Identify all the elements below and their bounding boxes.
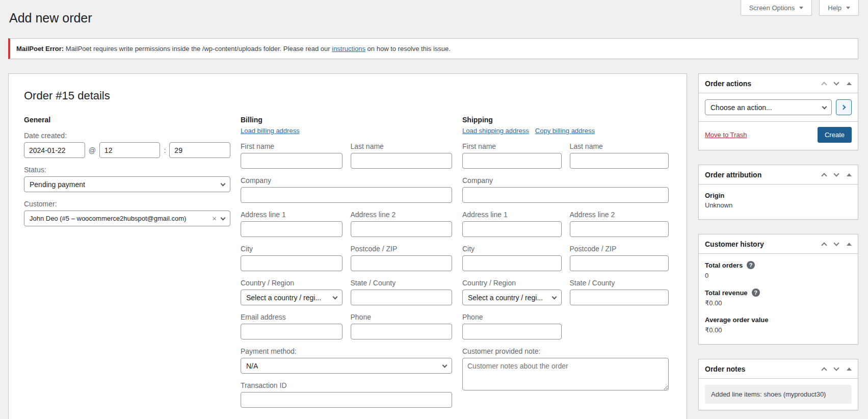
transaction-id-label: Transaction ID [241, 381, 452, 389]
order-action-value: Choose an action... [711, 103, 772, 112]
move-panel-up-icon[interactable] [821, 82, 827, 87]
date-created-input[interactable] [24, 142, 85, 158]
hour-input[interactable] [99, 142, 161, 158]
collapse-panel-icon[interactable] [847, 82, 852, 85]
billing-address1-input[interactable] [241, 221, 343, 237]
billing-last-name-input[interactable] [351, 153, 453, 169]
billing-postcode-label: Postcode / ZIP [351, 245, 453, 253]
caret-down-icon [799, 7, 803, 9]
billing-country-select[interactable]: Select a country / regi... [241, 290, 343, 305]
billing-company-label: Company [241, 176, 452, 185]
billing-email-input[interactable] [241, 324, 343, 339]
shipping-last-name-input[interactable] [570, 153, 669, 169]
payment-method-label: Payment method: [241, 347, 452, 355]
order-notes-title: Order notes [705, 365, 745, 373]
shipping-state-input[interactable] [570, 290, 669, 305]
customer-label: Customer: [24, 200, 230, 208]
copy-billing-address-link[interactable]: Copy billing address [535, 127, 595, 135]
total-revenue-row: Total revenue ? ₹0.00 [705, 289, 852, 307]
shipping-state-label: State / County [570, 279, 669, 287]
average-order-value-row: Average order value ₹0.00 [705, 316, 852, 334]
chevron-down-icon [551, 294, 557, 299]
shipping-company-label: Company [462, 176, 669, 185]
status-label: Status: [24, 166, 230, 174]
shipping-address1-input[interactable] [462, 221, 562, 237]
move-panel-up-icon[interactable] [821, 242, 827, 248]
page-title: Add new order [0, 0, 868, 25]
order-details-title: Order #15 details [24, 89, 671, 102]
order-attribution-title: Order attribution [705, 171, 761, 179]
shipping-phone-input[interactable] [462, 324, 562, 339]
date-created-row: @ : [24, 142, 230, 158]
billing-email-label: Email address [241, 313, 343, 321]
move-to-trash-link[interactable]: Move to Trash [705, 131, 747, 139]
shipping-company-input[interactable] [462, 187, 669, 203]
billing-heading: Billing [241, 116, 452, 124]
total-orders-value: 0 [705, 272, 852, 279]
billing-company-input[interactable] [241, 187, 452, 203]
clear-selection-icon[interactable]: × [212, 215, 217, 222]
order-notes-panel: Order notes Added line items: shoes (myp… [698, 359, 858, 410]
time-separator: : [164, 146, 166, 154]
shipping-first-name-input[interactable] [462, 153, 562, 169]
transaction-id-input[interactable] [241, 392, 452, 408]
order-actions-title: Order actions [705, 80, 751, 88]
chevron-down-icon [221, 181, 226, 186]
move-panel-down-icon[interactable] [833, 365, 839, 371]
shipping-column: Shipping Load shipping address Copy bill… [462, 116, 669, 392]
collapse-panel-icon[interactable] [847, 368, 852, 371]
apply-action-button[interactable] [836, 99, 852, 115]
total-revenue-value: ₹0.00 [705, 299, 852, 307]
order-actions-panel: Order actions Choose an action... Move t… [698, 73, 858, 150]
notice-body: MailPoet requires write permissions insi… [64, 45, 332, 53]
move-panel-down-icon[interactable] [833, 80, 839, 85]
help-tip-icon[interactable]: ? [747, 261, 755, 269]
shipping-address2-input[interactable] [570, 221, 669, 237]
customer-note-textarea[interactable] [462, 358, 669, 390]
screen-options-button[interactable]: Screen Options [741, 0, 812, 16]
billing-state-label: State / County [351, 279, 453, 287]
help-tip-icon[interactable]: ? [752, 289, 760, 297]
order-status-select[interactable]: Pending payment [24, 176, 230, 192]
billing-first-name-input[interactable] [241, 153, 343, 169]
order-details-panel: Order #15 details General Date created: … [8, 73, 687, 419]
origin-label: Origin [705, 192, 852, 199]
billing-last-name-label: Last name [351, 142, 453, 150]
move-panel-down-icon[interactable] [833, 240, 839, 246]
sidebar: Order actions Choose an action... Move t… [698, 73, 858, 410]
customer-note-label: Customer provided note: [462, 347, 669, 355]
shipping-postcode-label: Postcode / ZIP [570, 245, 669, 253]
collapse-panel-icon[interactable] [847, 173, 852, 176]
billing-city-input[interactable] [241, 255, 343, 271]
order-status-value: Pending payment [30, 180, 85, 189]
load-shipping-address-link[interactable]: Load shipping address [462, 127, 529, 135]
billing-address2-input[interactable] [351, 221, 453, 237]
move-panel-up-icon[interactable] [821, 367, 827, 373]
billing-postcode-input[interactable] [351, 255, 453, 271]
billing-phone-input[interactable] [351, 324, 453, 339]
notice-prefix: MailPoet Error: [16, 45, 64, 53]
shipping-country-value: Select a country / regi... [468, 294, 543, 302]
billing-address2-label: Address line 2 [351, 211, 453, 219]
shipping-postcode-input[interactable] [570, 255, 669, 271]
move-panel-down-icon[interactable] [833, 171, 839, 176]
billing-city-label: City [241, 245, 343, 253]
help-button[interactable]: Help [819, 0, 859, 16]
billing-country-label: Country / Region [241, 279, 343, 287]
customer-select[interactable]: John Deo (#5 – woocommerce2hubspot@gmail… [24, 211, 230, 226]
create-order-button[interactable]: Create [818, 127, 852, 143]
instructions-link[interactable]: instructions [332, 45, 365, 53]
load-billing-address-link[interactable]: Load billing address [241, 127, 300, 135]
chevron-down-icon [822, 104, 827, 109]
minute-input[interactable] [169, 142, 230, 158]
move-panel-up-icon[interactable] [821, 173, 827, 178]
billing-state-input[interactable] [351, 290, 453, 305]
payment-method-select[interactable]: N/A [241, 358, 452, 374]
shipping-city-input[interactable] [462, 255, 562, 271]
shipping-country-select[interactable]: Select a country / regi... [462, 290, 562, 305]
collapse-panel-icon[interactable] [847, 243, 852, 246]
billing-phone-label: Phone [351, 313, 453, 321]
notice-suffix: on how to resolve this issue. [365, 45, 451, 53]
billing-country-value: Select a country / regi... [246, 294, 321, 302]
order-action-select[interactable]: Choose an action... [705, 99, 832, 115]
